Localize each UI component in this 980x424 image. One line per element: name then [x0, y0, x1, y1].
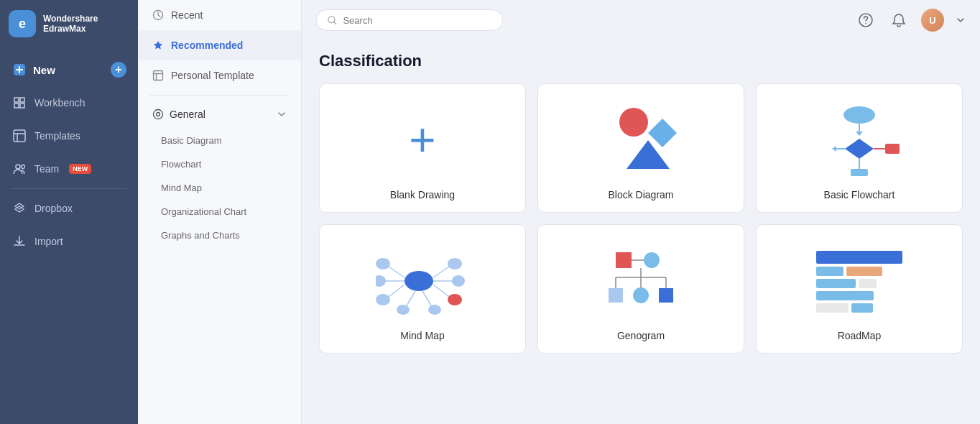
workbench-icon: [11, 95, 27, 111]
svg-rect-47: [816, 251, 902, 264]
mid-item-personal-template[interactable]: Personal Template: [138, 60, 301, 91]
card-visual-blank: +: [331, 98, 514, 182]
card-label-genogram: Genogram: [617, 330, 665, 341]
svg-rect-36: [616, 252, 632, 268]
templates-label: Templates: [34, 130, 80, 142]
svg-point-13: [843, 106, 875, 124]
personal-template-icon: [152, 70, 164, 81]
help-button[interactable]: [855, 9, 877, 31]
cards-grid: + Blank Drawing Block Diagram: [319, 83, 963, 354]
content-area: Classification + Blank Drawing: [302, 40, 980, 424]
dropbox-icon: [11, 201, 27, 216]
team-icon: [11, 161, 27, 177]
mid-item-recommended[interactable]: Recommended: [138, 30, 301, 60]
sidebar-item-dropbox[interactable]: Dropbox: [0, 192, 138, 225]
import-icon: [11, 234, 27, 249]
card-visual-mindmap: [331, 239, 514, 323]
sidebar: e Wondershare EdrawMax New + W: [0, 0, 138, 424]
svg-point-35: [428, 305, 441, 315]
card-visual-roadmap: [768, 239, 951, 323]
team-new-badge: NEW: [69, 164, 91, 174]
personal-template-label: Personal Template: [171, 70, 254, 81]
mid-panel: Recent Recommended Personal Template Gen…: [138, 0, 302, 424]
svg-point-29: [452, 275, 465, 287]
card-basic-flowchart[interactable]: Basic Flowchart: [756, 83, 963, 213]
card-genogram[interactable]: Genogram: [537, 224, 744, 354]
svg-point-23: [376, 275, 386, 287]
svg-line-32: [406, 291, 415, 307]
svg-rect-49: [846, 267, 882, 276]
new-plus-button[interactable]: +: [111, 62, 126, 78]
svg-marker-16: [832, 146, 836, 152]
logo-icon: e: [9, 10, 36, 37]
svg-point-44: [633, 287, 649, 303]
chevron-down-icon: [277, 109, 287, 119]
svg-point-10: [619, 108, 648, 137]
page-title: Classification: [319, 52, 963, 70]
mid-sub-org-chart[interactable]: Organizational Chart: [138, 200, 301, 223]
svg-point-9: [865, 23, 866, 24]
logo-text: Wondershare EdrawMax: [43, 14, 98, 34]
card-label-block-diagram: Block Diagram: [608, 189, 673, 201]
mid-sub-graphs-charts[interactable]: Graphs and Charts: [138, 223, 301, 247]
sidebar-item-templates[interactable]: Templates: [0, 119, 138, 152]
sidebar-item-new[interactable]: New +: [0, 53, 138, 86]
card-roadmap[interactable]: RoadMap: [756, 224, 963, 354]
svg-line-34: [422, 291, 432, 307]
new-icon: [11, 62, 27, 78]
mid-divider: [149, 95, 290, 96]
product-name: EdrawMax: [43, 24, 98, 34]
main-content: U Classification + Blank Drawing: [302, 0, 980, 424]
templates-icon: [11, 128, 27, 144]
svg-rect-18: [851, 169, 868, 176]
svg-marker-14: [856, 132, 863, 136]
mid-section-general[interactable]: General: [138, 100, 301, 129]
top-bar-actions: U: [855, 9, 966, 32]
search-input[interactable]: [343, 15, 492, 26]
card-mind-map[interactable]: Mind Map: [319, 224, 526, 354]
svg-point-27: [448, 258, 462, 269]
brand-name: Wondershare: [43, 14, 98, 24]
card-visual-flowchart: [768, 98, 951, 182]
mid-sub-basic-diagram[interactable]: Basic Diagram: [138, 129, 301, 152]
svg-line-24: [389, 285, 405, 297]
svg-point-2: [16, 165, 20, 169]
svg-point-38: [644, 252, 660, 268]
svg-rect-50: [816, 279, 856, 288]
sidebar-item-team[interactable]: Team NEW: [0, 152, 138, 185]
card-blank-drawing[interactable]: + Blank Drawing: [319, 83, 526, 213]
svg-line-20: [389, 267, 405, 277]
workbench-label: Workbench: [34, 97, 85, 109]
mid-sub-mind-map[interactable]: Mind Map: [138, 176, 301, 200]
new-label: New: [33, 64, 55, 76]
svg-point-25: [376, 294, 390, 305]
sidebar-item-workbench[interactable]: Workbench: [0, 86, 138, 119]
search-box[interactable]: [316, 9, 503, 31]
card-visual-block: [550, 98, 732, 182]
svg-line-30: [433, 285, 449, 297]
card-label-blank-drawing: Blank Drawing: [390, 189, 455, 201]
svg-rect-17: [885, 144, 900, 154]
recommended-label: Recommended: [171, 40, 243, 51]
dropbox-label: Dropbox: [34, 203, 73, 214]
general-section-label: General: [170, 109, 205, 120]
recent-label: Recent: [171, 9, 203, 21]
svg-rect-5: [154, 71, 163, 80]
svg-point-3: [22, 165, 25, 169]
general-icon: [152, 109, 164, 120]
import-label: Import: [34, 236, 63, 247]
sidebar-nav: New + Workbench Templates: [0, 47, 138, 424]
svg-rect-54: [851, 303, 873, 313]
sidebar-item-import[interactable]: Import: [0, 225, 138, 258]
card-visual-genogram: [550, 239, 732, 323]
card-block-diagram[interactable]: Block Diagram: [537, 83, 744, 213]
avatar-button[interactable]: U: [921, 9, 944, 32]
avatar-chevron-icon: [956, 15, 966, 25]
mid-item-recent[interactable]: Recent: [138, 0, 301, 30]
svg-point-31: [448, 294, 462, 305]
mid-sub-flowchart[interactable]: Flowchart: [138, 152, 301, 176]
svg-rect-53: [816, 303, 849, 313]
sidebar-divider: [11, 188, 126, 189]
recommended-icon: [152, 40, 164, 51]
notification-button[interactable]: [888, 9, 910, 31]
